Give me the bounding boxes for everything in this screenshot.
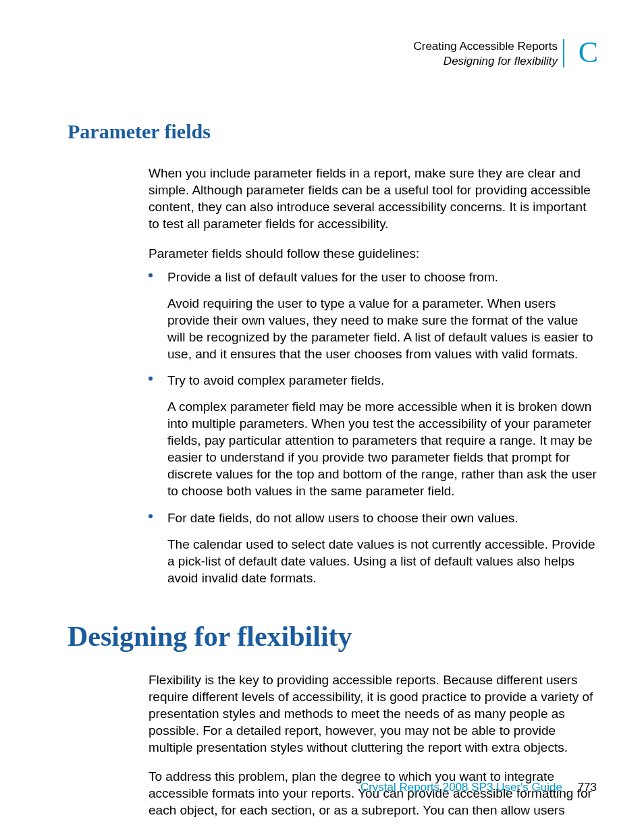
list-item: Try to avoid complex parameter fields. A… xyxy=(149,372,597,500)
bullet-icon xyxy=(149,377,153,381)
header-section: Designing for flexibility xyxy=(68,54,558,69)
bullet-sub: A complex parameter field may be more ac… xyxy=(167,398,597,499)
guidelines-list: Provide a list of default values for the… xyxy=(149,269,597,586)
appendix-letter: C xyxy=(579,35,598,70)
list-item: Provide a list of default values for the… xyxy=(149,269,597,362)
bullet-lead: Provide a list of default values for the… xyxy=(167,269,597,285)
header-divider xyxy=(563,39,564,67)
para: Parameter fields should follow these gui… xyxy=(149,245,597,262)
section-heading-parameter-fields: Parameter fields xyxy=(68,120,597,143)
bullet-icon xyxy=(149,514,153,518)
footer-page-number: 773 xyxy=(578,781,597,794)
header-chapter: Creating Accessible Reports xyxy=(68,39,558,54)
bullet-icon xyxy=(149,273,153,277)
section-heading-designing-flexibility: Designing for flexibility xyxy=(68,620,597,653)
bullet-sub: The calendar used to select date values … xyxy=(167,536,597,586)
page-header: Creating Accessible Reports Designing fo… xyxy=(68,39,597,69)
bullet-lead: Try to avoid complex parameter fields. xyxy=(167,372,597,389)
section1-body: When you include parameter fields in a r… xyxy=(149,165,597,586)
para: When you include parameter fields in a r… xyxy=(149,165,597,232)
page-footer: Crystal Reports 2008 SP3 User's Guide 77… xyxy=(360,781,597,794)
para: Flexibility is the key to providing acce… xyxy=(149,671,597,756)
bullet-sub: Avoid requiring the user to type a value… xyxy=(167,295,597,362)
footer-doc-title: Crystal Reports 2008 SP3 User's Guide xyxy=(360,781,562,794)
list-item: For date fields, do not allow users to c… xyxy=(149,509,597,586)
section2-body: Flexibility is the key to providing acce… xyxy=(149,671,597,819)
bullet-lead: For date fields, do not allow users to c… xyxy=(167,509,597,526)
